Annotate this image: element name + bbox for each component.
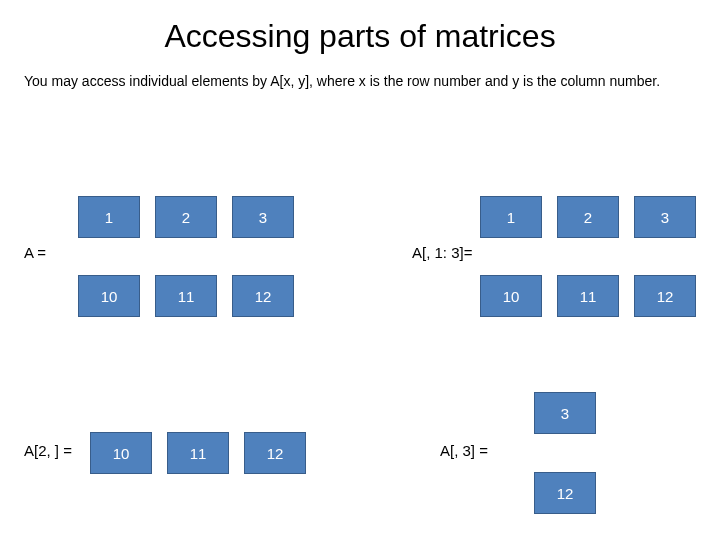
matrix-a2-cell: 11 [167, 432, 229, 474]
matrix-a-cell: 10 [78, 275, 140, 317]
label-a-cols-1-3: A[, 1: 3]= [412, 244, 472, 261]
matrix-a13-cell: 11 [557, 275, 619, 317]
label-a: A = [24, 244, 46, 261]
matrix-a2-cell: 10 [90, 432, 152, 474]
matrix-a-cell: 1 [78, 196, 140, 238]
label-a-col-3: A[, 3] = [440, 442, 488, 459]
label-a-row-2: A[2, ] = [24, 442, 72, 459]
matrix-a3-cell: 3 [534, 392, 596, 434]
description-text: You may access individual elements by A[… [0, 65, 720, 91]
matrix-a-cell: 12 [232, 275, 294, 317]
matrix-a2-cell: 12 [244, 432, 306, 474]
matrix-a13-cell: 1 [480, 196, 542, 238]
matrix-a-cell: 11 [155, 275, 217, 317]
page-title: Accessing parts of matrices [0, 0, 720, 65]
matrix-a13-cell: 2 [557, 196, 619, 238]
matrix-a-cell: 2 [155, 196, 217, 238]
matrix-a-cell: 3 [232, 196, 294, 238]
matrix-a3-cell: 12 [534, 472, 596, 514]
matrix-a13-cell: 10 [480, 275, 542, 317]
matrix-a13-cell: 3 [634, 196, 696, 238]
matrix-a13-cell: 12 [634, 275, 696, 317]
